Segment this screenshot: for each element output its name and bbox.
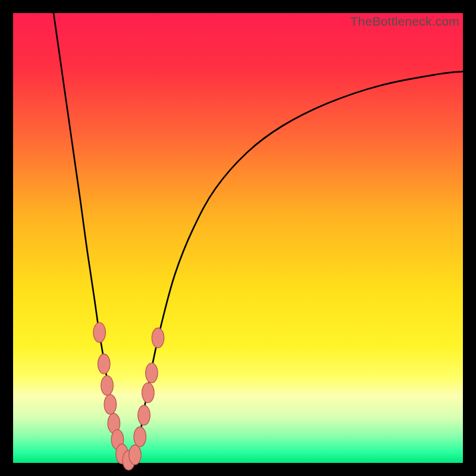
curves-layer <box>13 13 463 463</box>
data-marker <box>93 322 105 342</box>
chart-frame: TheBottleneck.com <box>0 0 476 476</box>
data-marker <box>142 383 154 402</box>
data-marker <box>129 445 141 465</box>
marker-group <box>93 322 164 470</box>
data-marker <box>146 363 158 383</box>
data-marker <box>98 354 110 374</box>
data-marker <box>138 405 150 425</box>
plot-area: TheBottleneck.com <box>13 13 463 463</box>
curve-right <box>132 71 463 461</box>
watermark-text: TheBottleneck.com <box>350 14 459 29</box>
data-marker <box>134 427 146 447</box>
data-marker <box>101 375 113 395</box>
data-marker <box>104 394 116 414</box>
data-marker <box>152 328 164 347</box>
curve-left <box>54 13 126 461</box>
